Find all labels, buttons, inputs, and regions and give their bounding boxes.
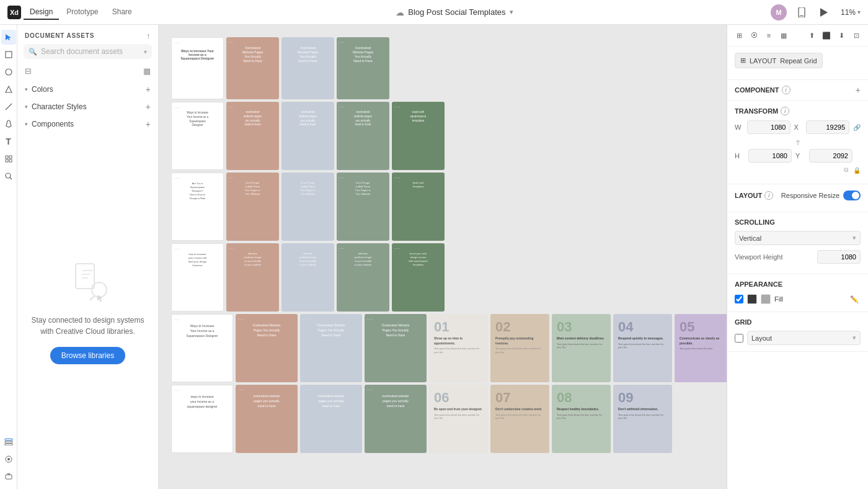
doc-title[interactable]: Blog Post Social Templates [408, 7, 505, 17]
social-card-08[interactable]: 08 Respect healthy boundaries. Text goes… [552, 385, 611, 453]
colors-add-icon[interactable]: + [146, 84, 151, 94]
social-card-04[interactable]: 04 Respond quickly to messages. Text goe… [613, 314, 672, 382]
align-mid-icon[interactable]: ⬛ [820, 29, 833, 42]
line-tool-icon[interactable] [1, 99, 16, 114]
align-top-icon[interactable]: ⬆ [805, 29, 818, 42]
fill-color-swatch[interactable] [747, 294, 757, 304]
scrolling-dropdown[interactable]: Vertical ▾ [735, 231, 861, 245]
char-styles-section[interactable]: ▾ Character Styles + [17, 98, 158, 115]
filter-icon[interactable]: ⊟ [25, 66, 32, 76]
template-card[interactable]: ··· effectiveproblems forgetas you actua… [281, 243, 334, 312]
lock-aspect-icon[interactable]: 🔒 [853, 167, 861, 174]
fill-checkbox[interactable] [735, 295, 743, 303]
component-info-icon[interactable]: i [782, 86, 790, 94]
template-card[interactable]: ··· Don't Forgetto Add TheseFive Pages t… [226, 173, 279, 241]
template-card[interactable]: ··· overlookedwebsite pagesyou actuallyn… [281, 102, 334, 170]
template-card[interactable]: ··· overlooked websitepages you actually… [236, 385, 298, 453]
browse-libraries-button[interactable]: Browse libraries [50, 347, 125, 364]
transform-info-icon[interactable]: i [781, 107, 789, 115]
rectangle-tool-icon[interactable] [1, 47, 16, 62]
copy-width-icon[interactable]: ⧉ [844, 166, 848, 174]
distribute-icon[interactable]: ⊡ [849, 29, 863, 42]
select-tool-icon[interactable] [1, 30, 16, 45]
ellipse-tool-icon[interactable] [1, 65, 16, 79]
canvas-area[interactable]: ··· Ways to Increase YourIncome as aSqua… [159, 25, 727, 489]
align-btm-icon[interactable]: ⬇ [835, 29, 848, 42]
play-icon[interactable] [817, 5, 831, 20]
template-card[interactable]: ··· effectiveproblems forgetas you actua… [226, 243, 279, 312]
template-card-large[interactable]: ··· Overlooked WebsitePages You Actually… [365, 314, 427, 382]
zoom-control[interactable]: 11% ▾ [839, 8, 861, 17]
upload-icon[interactable]: ↑ [146, 31, 151, 40]
viewport-height-input[interactable] [817, 250, 861, 264]
template-card-large[interactable]: ··· Ways to IncreaseYour Income as aSqua… [171, 314, 233, 382]
main-layout: T DOCUMENT ASSETS ↑ 🔍 ▾ [0, 25, 868, 489]
x-input[interactable] [806, 120, 849, 134]
template-card-large[interactable]: ··· Overlooked WebsitePages You Actually… [236, 314, 298, 382]
plugins-icon[interactable] [1, 452, 16, 467]
template-card[interactable]: ··· ways to increaseyour income as asqua… [171, 385, 233, 453]
template-card[interactable]: ··· OverlookedWebsite PagesYou ActuallyN… [337, 37, 389, 99]
template-card[interactable]: ··· overlooked websitepages you actually… [300, 385, 362, 453]
link-prop-icon[interactable]: 🔗 [853, 124, 861, 131]
grid-view-icon[interactable]: ▦ [143, 66, 151, 76]
y-input[interactable] [809, 149, 852, 163]
social-card-07[interactable]: 07 Don't undervalue creative work. Text … [490, 385, 549, 453]
template-card[interactable]: ··· OverlookedWebsite PagesYou ActuallyN… [281, 37, 334, 99]
template-card[interactable]: ··· boost your webdesign incomewith squa… [392, 243, 445, 312]
template-card[interactable]: ··· Don't Forgetto Add TheseFive Pages t… [337, 173, 389, 241]
grid-layout-icon[interactable]: ⊞ [732, 29, 746, 42]
template-card[interactable]: ··· how to increaseyour income andland y… [171, 243, 224, 312]
template-card-large[interactable]: ··· Overlooked WebsitePages You Actually… [300, 314, 362, 382]
template-card[interactable]: ··· overlookedwebsite pagesyou actuallyn… [226, 102, 279, 170]
dropdown-arrow-icon[interactable]: ▾ [144, 48, 147, 55]
components-add-icon[interactable]: + [146, 119, 151, 129]
user-avatar-icon[interactable]: M [771, 4, 787, 20]
layers-icon[interactable] [1, 434, 16, 449]
grid-layout-dropdown[interactable]: Layout ▾ [747, 331, 861, 345]
social-card-06[interactable]: 06 Be open and trust your designer. Text… [429, 385, 488, 453]
grid-checkbox[interactable] [735, 334, 743, 343]
fill-edit-icon[interactable]: ✏️ [848, 293, 861, 305]
template-card[interactable]: ··· Scale withTemplates [392, 173, 445, 241]
mobile-preview-icon[interactable] [794, 5, 809, 20]
tab-prototype[interactable]: Prototype [60, 5, 104, 20]
template-card[interactable]: ··· Ways to IncreaseYour Income as aSqua… [171, 102, 224, 170]
social-card-01[interactable]: 01 Show up on time to appointments. Text… [429, 314, 488, 382]
template-card[interactable]: ··· overlookedwebsite pagesyou actuallyn… [337, 102, 389, 170]
component-add-icon[interactable]: + [856, 85, 861, 95]
hidden-icon[interactable] [1, 469, 16, 484]
template-card[interactable]: ··· Are You aSquarespaceDesigner?Here's … [171, 173, 224, 241]
search-input[interactable] [41, 47, 140, 56]
components-section[interactable]: ▾ Components + [17, 115, 158, 133]
social-card-09[interactable]: 09 Don't withhold information. Text goes… [613, 385, 672, 453]
template-card[interactable]: ··· Ways to Increase YourIncome as aSqua… [171, 37, 224, 99]
colors-section[interactable]: ▾ Colors + [17, 81, 158, 98]
tab-share[interactable]: Share [106, 5, 138, 20]
bar-layout-icon[interactable]: ≡ [762, 29, 776, 42]
tab-design[interactable]: Design [24, 5, 59, 20]
social-card-02[interactable]: 02 Promptly pay outstanding invoices. Te… [490, 314, 549, 382]
fill-opacity-swatch[interactable] [761, 294, 771, 304]
template-card[interactable]: ··· effectiveproblems forgetas you actua… [337, 243, 389, 312]
w-input[interactable] [747, 120, 790, 134]
layout-info-icon[interactable]: i [764, 191, 773, 200]
social-card-03[interactable]: 03 Meet content delivery deadlines. Text… [552, 314, 611, 382]
text-tool-icon[interactable]: T [1, 134, 16, 149]
char-styles-add-icon[interactable]: + [146, 102, 151, 112]
social-card-05[interactable]: 05 Communicate as clearly as possible. T… [675, 314, 727, 382]
template-card[interactable]: ··· OverlookedWebsite PagesYou ActuallyN… [226, 37, 279, 99]
template-card[interactable]: ··· overlooked websitepages you actually… [365, 385, 427, 453]
pen-tool-icon[interactable] [1, 117, 16, 132]
template-card[interactable]: ··· Don't Forgetto Add TheseFive Pages t… [281, 173, 334, 241]
title-arrow[interactable]: ▾ [510, 8, 513, 16]
responsive-resize-toggle[interactable] [843, 191, 861, 200]
triangle-tool-icon[interactable] [1, 82, 16, 97]
search-tool-icon[interactable] [1, 169, 16, 184]
template-card[interactable]: ··· scale withsquarespacetemplates [392, 102, 445, 170]
repeat-grid-button[interactable]: ⊞ LAYOUT Repeat Grid [735, 53, 823, 68]
col-layout-icon[interactable]: ⦿ [747, 29, 761, 42]
h-input[interactable] [748, 149, 792, 163]
fill-layout-icon[interactable]: ▦ [777, 29, 790, 42]
assets-tool-icon[interactable] [1, 151, 16, 166]
